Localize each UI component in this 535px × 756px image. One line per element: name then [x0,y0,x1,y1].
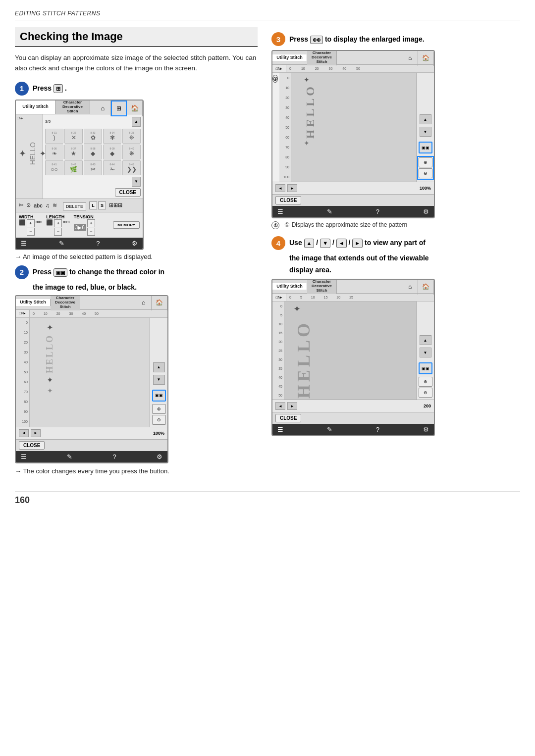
preview-screen-4: Utility Stitch CharacterDecorativeStitch… [271,279,435,436]
scroll-left-4[interactable]: ◄ [275,402,285,410]
stitch-selector-screen: Utility Stitch CharacterDecorativeStitch… [15,100,144,250]
stitch-8-35[interactable]: 8-35 ❊ [122,129,141,144]
width-unit: mm [36,219,42,236]
preview4-house-btn[interactable]: 🏠 [418,279,434,295]
scroll-up-3[interactable]: ▲ [420,114,431,124]
color-change-btn-4[interactable]: ▣▣ [419,362,432,374]
scroll-up-2[interactable]: ▲ [153,362,165,372]
edit-icon[interactable]: ✎ [59,240,64,247]
preview4-tab-deco[interactable]: CharacterDecorativeStitch [307,279,337,294]
stitch-8-31[interactable]: 8-31 ) [45,129,63,144]
preview4-tab-utility[interactable]: Utility Stitch [272,283,307,290]
settings-icon-3[interactable]: ⚙ [423,208,429,215]
menu-icon-2[interactable]: ☰ [21,453,27,460]
preview3-house-btn[interactable]: 🏠 [418,50,434,66]
stitch-8-34[interactable]: 8-34 ✾ [103,129,121,144]
stitch-8-33[interactable]: 8-33 ✿ [84,129,102,144]
step3-key-icon[interactable]: ⊕⊕ [310,36,323,44]
bottom-toolbar-1: ☰ ✎ ? ⚙ [16,238,143,249]
step-4-text: Use ▲ / ▼ / ◄ / ► to view any part of [289,238,426,248]
color-change-btn[interactable]: ▣▣ [152,390,166,402]
page-down-btn[interactable]: ▼ [132,177,141,187]
scroll-right-2[interactable]: ► [31,429,41,437]
menu-icon-3[interactable]: ☰ [277,208,283,215]
edit-icon-4[interactable]: ✎ [327,426,332,433]
length-plus[interactable]: + [54,219,62,227]
arrow-right-key[interactable]: ► [352,239,363,248]
stitch-8-45[interactable]: 8-45 ❯❯ [122,160,141,175]
zoom-in-btn-2[interactable]: ⊕ [152,404,166,414]
tension-minus[interactable]: − [87,228,95,236]
stitch-8-32[interactable]: 8-32 ✕ [64,129,83,144]
stitch-8-39[interactable]: 8-39 ◆ [103,145,121,159]
preview3-tab-utility[interactable]: Utility Stitch [272,54,307,61]
close-button-stitch[interactable]: CLOSE [115,188,141,197]
question-icon-4[interactable]: ? [376,426,379,433]
settings-toolbar-icon[interactable]: ⚙ [132,240,138,247]
stitch-8-36[interactable]: 8-36 ❧ [45,145,63,159]
close-btn-3[interactable]: CLOSE [275,196,301,204]
zoom-in-btn-3[interactable]: ⊕ [419,157,432,167]
preview2-house-btn[interactable]: 🏠 [152,295,167,311]
width-minus[interactable]: − [27,228,35,236]
stitch-8-41[interactable]: 8-41 ○○ [45,160,63,175]
zoom-out-btn-2[interactable]: ⊖ [152,415,166,425]
step-2-text: Press ▣▣ to change the thread color in [33,267,164,277]
scroll-left-3[interactable]: ◄ [275,184,285,192]
length-minus[interactable]: − [54,228,62,236]
step2-key-icon[interactable]: ▣▣ [54,268,67,277]
scroll-right-4[interactable]: ► [287,402,297,410]
settings-icon-2[interactable]: ⚙ [157,453,162,460]
tension-plus[interactable]: + [87,219,95,227]
question-icon-2[interactable]: ? [113,453,116,460]
stitch-8-44[interactable]: 8-44 ✁ [103,160,121,175]
scroll-down-2[interactable]: ▼ [153,375,165,385]
settings-icon-4[interactable]: ⚙ [423,426,429,433]
edit-icon-3[interactable]: ✎ [327,208,332,215]
question-icon[interactable]: ? [96,240,100,247]
zoom-in-btn-4[interactable]: ⊕ [419,377,432,387]
scroll-right-3[interactable]: ► [287,184,297,192]
question-icon-3[interactable]: ? [376,208,379,215]
preview2-home-btn[interactable]: ⌂ [136,295,152,311]
stitch-8-40[interactable]: 8-40 ❋ [122,145,141,159]
stitch-8-38[interactable]: 8-38 ◆ [84,145,102,159]
preview3-tab-deco[interactable]: CharacterDecorativeStitch [307,50,337,65]
size-s-btn[interactable]: S [98,202,106,209]
tab-utility[interactable]: Utility Stitch [16,101,55,114]
zoom-out-btn-3[interactable]: ⊖ [419,168,432,178]
arrow-down-key[interactable]: ▼ [320,239,330,248]
scroll-up-4[interactable]: ▲ [420,335,431,345]
edit-icon-2[interactable]: ✎ [67,453,72,460]
close-btn-2[interactable]: CLOSE [19,441,45,450]
left-column: Checking the Image You can display an ap… [15,27,258,480]
size-l-btn[interactable]: L [89,202,97,209]
scroll-down-3[interactable]: ▼ [420,127,431,137]
step1-key-icon[interactable]: ⊞ [54,84,63,93]
preview2-tab-utility[interactable]: Utility Stitch [16,299,51,306]
ruler-top-3: □N▸ 01020304050 [272,65,434,73]
preview-right-4: ▲ ▼ ▣▣ ⊕ ⊖ [416,302,434,400]
scroll-left-2[interactable]: ◄ [19,429,29,437]
stitch-8-43[interactable]: 8-43 ✂ [84,160,102,175]
preview2-tab-deco[interactable]: CharacterDecorativeStitch [51,295,80,310]
preview4-home-btn[interactable]: ⌂ [402,279,418,295]
width-plus[interactable]: + [27,219,35,227]
arrow-left-key[interactable]: ◄ [336,239,347,248]
tab-decorative[interactable]: CharacterDecorativeStitch [55,101,90,114]
menu-icon[interactable]: ☰ [21,240,27,247]
step-4-cont2: display area. [289,266,520,274]
color-change-btn-3[interactable]: ▣▣ [419,142,432,153]
page-up-btn[interactable]: ▲ [132,117,141,127]
scroll-down-4[interactable]: ▼ [420,348,431,357]
stitch-8-42[interactable]: 8-42 🌿 [64,160,83,175]
delete-btn[interactable]: DELETE [63,201,86,210]
delete-label[interactable]: DELETE [63,202,86,210]
close-btn-4[interactable]: CLOSE [275,414,301,422]
zoom-out-btn-4[interactable]: ⊖ [419,388,432,398]
stitch-8-37[interactable]: 8-37 ★ [64,145,83,159]
preview3-home-btn[interactable]: ⌂ [402,50,418,66]
memory-btn[interactable]: MEMORY [113,221,140,229]
arrow-up-key[interactable]: ▲ [304,239,315,248]
menu-icon-4[interactable]: ☰ [277,426,283,433]
